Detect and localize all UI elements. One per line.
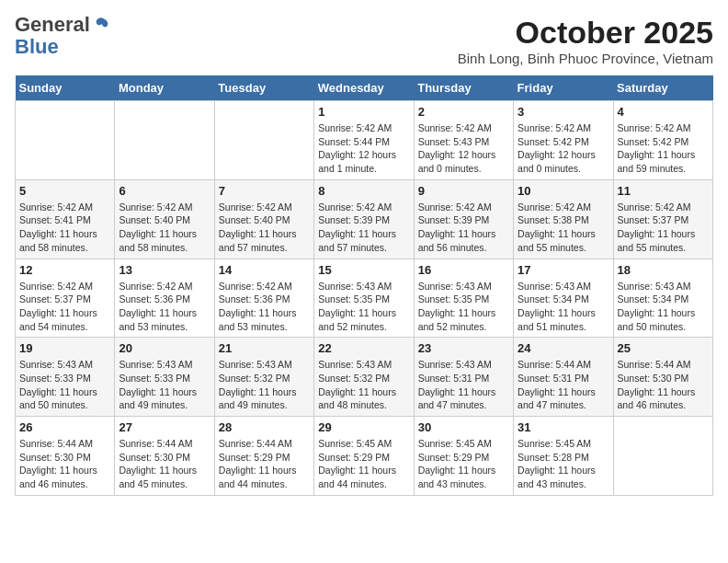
title-block: October 2025 Binh Long, Binh Phuoc Provi… [458, 15, 713, 66]
day-number: 21 [219, 341, 310, 355]
day-number: 1 [318, 105, 409, 119]
calendar-cell: 29Sunrise: 5:45 AM Sunset: 5:29 PM Dayli… [314, 417, 414, 496]
day-number: 13 [119, 263, 210, 277]
calendar-cell: 19Sunrise: 5:43 AM Sunset: 5:33 PM Dayli… [16, 338, 115, 417]
day-number: 15 [318, 263, 409, 277]
calendar-cell: 9Sunrise: 5:42 AM Sunset: 5:39 PM Daylig… [414, 179, 513, 259]
calendar-title: October 2025 [458, 15, 713, 51]
day-info: Sunrise: 5:44 AM Sunset: 5:29 PM Dayligh… [219, 437, 310, 491]
calendar-cell: 20Sunrise: 5:43 AM Sunset: 5:33 PM Dayli… [115, 338, 214, 417]
day-number: 18 [618, 263, 709, 277]
calendar-cell: 11Sunrise: 5:42 AM Sunset: 5:37 PM Dayli… [613, 179, 712, 259]
day-info: Sunrise: 5:44 AM Sunset: 5:30 PM Dayligh… [618, 358, 709, 412]
day-number: 30 [418, 420, 509, 434]
calendar-cell [214, 101, 313, 180]
day-info: Sunrise: 5:42 AM Sunset: 5:37 PM Dayligh… [618, 201, 709, 255]
day-info: Sunrise: 5:44 AM Sunset: 5:31 PM Dayligh… [518, 358, 609, 412]
day-number: 5 [19, 184, 110, 198]
calendar-cell: 17Sunrise: 5:43 AM Sunset: 5:34 PM Dayli… [514, 259, 613, 338]
day-info: Sunrise: 5:43 AM Sunset: 5:34 PM Dayligh… [518, 280, 609, 334]
calendar-cell [115, 101, 214, 180]
calendar-cell: 27Sunrise: 5:44 AM Sunset: 5:30 PM Dayli… [115, 417, 214, 496]
calendar-cell: 10Sunrise: 5:42 AM Sunset: 5:38 PM Dayli… [514, 179, 613, 259]
day-info: Sunrise: 5:44 AM Sunset: 5:30 PM Dayligh… [19, 437, 110, 491]
calendar-cell: 2Sunrise: 5:42 AM Sunset: 5:43 PM Daylig… [414, 101, 513, 180]
day-info: Sunrise: 5:42 AM Sunset: 5:37 PM Dayligh… [19, 280, 110, 334]
day-info: Sunrise: 5:44 AM Sunset: 5:30 PM Dayligh… [119, 437, 210, 491]
calendar-cell: 13Sunrise: 5:42 AM Sunset: 5:36 PM Dayli… [115, 259, 214, 338]
calendar-cell: 7Sunrise: 5:42 AM Sunset: 5:40 PM Daylig… [214, 179, 313, 259]
day-number: 10 [518, 184, 609, 198]
calendar-cell [613, 417, 712, 496]
day-header-sunday: Sunday [16, 75, 115, 101]
calendar-cell: 1Sunrise: 5:42 AM Sunset: 5:44 PM Daylig… [314, 101, 414, 180]
day-info: Sunrise: 5:42 AM Sunset: 5:40 PM Dayligh… [219, 201, 310, 255]
calendar-cell: 30Sunrise: 5:45 AM Sunset: 5:29 PM Dayli… [414, 417, 513, 496]
calendar-cell: 15Sunrise: 5:43 AM Sunset: 5:35 PM Dayli… [314, 259, 414, 338]
day-header-friday: Friday [514, 75, 613, 101]
day-header-wednesday: Wednesday [314, 75, 414, 101]
day-number: 26 [19, 420, 110, 434]
logo-blue: Blue [15, 35, 59, 59]
day-info: Sunrise: 5:43 AM Sunset: 5:34 PM Dayligh… [618, 280, 709, 334]
day-info: Sunrise: 5:43 AM Sunset: 5:33 PM Dayligh… [19, 358, 110, 412]
day-info: Sunrise: 5:43 AM Sunset: 5:33 PM Dayligh… [119, 358, 210, 412]
day-info: Sunrise: 5:42 AM Sunset: 5:40 PM Dayligh… [119, 201, 210, 255]
calendar-cell: 25Sunrise: 5:44 AM Sunset: 5:30 PM Dayli… [613, 338, 712, 417]
page-header: General Blue October 2025 Binh Long, Bin… [15, 15, 713, 66]
calendar-subtitle: Binh Long, Binh Phuoc Province, Vietnam [458, 51, 713, 66]
day-number: 29 [318, 420, 409, 434]
day-info: Sunrise: 5:45 AM Sunset: 5:28 PM Dayligh… [518, 437, 609, 491]
day-number: 4 [618, 105, 709, 119]
day-number: 3 [518, 105, 609, 119]
day-header-thursday: Thursday [414, 75, 513, 101]
day-number: 22 [318, 341, 409, 355]
calendar-cell: 14Sunrise: 5:42 AM Sunset: 5:36 PM Dayli… [214, 259, 313, 338]
day-number: 11 [618, 184, 709, 198]
calendar-cell: 5Sunrise: 5:42 AM Sunset: 5:41 PM Daylig… [16, 179, 115, 259]
day-number: 2 [418, 105, 509, 119]
calendar-cell: 31Sunrise: 5:45 AM Sunset: 5:28 PM Dayli… [514, 417, 613, 496]
day-info: Sunrise: 5:43 AM Sunset: 5:35 PM Dayligh… [318, 280, 409, 334]
calendar-cell: 18Sunrise: 5:43 AM Sunset: 5:34 PM Dayli… [613, 259, 712, 338]
day-number: 23 [418, 341, 509, 355]
logo-bird-icon [92, 15, 110, 33]
calendar-cell [16, 101, 115, 180]
day-number: 9 [418, 184, 509, 198]
day-info: Sunrise: 5:43 AM Sunset: 5:31 PM Dayligh… [418, 358, 509, 412]
day-number: 17 [518, 263, 609, 277]
calendar-cell: 8Sunrise: 5:42 AM Sunset: 5:39 PM Daylig… [314, 179, 414, 259]
day-info: Sunrise: 5:43 AM Sunset: 5:35 PM Dayligh… [418, 280, 509, 334]
day-header-tuesday: Tuesday [214, 75, 313, 101]
day-number: 14 [219, 263, 310, 277]
calendar-cell: 23Sunrise: 5:43 AM Sunset: 5:31 PM Dayli… [414, 338, 513, 417]
day-number: 20 [119, 341, 210, 355]
day-info: Sunrise: 5:42 AM Sunset: 5:44 PM Dayligh… [318, 121, 409, 176]
day-info: Sunrise: 5:42 AM Sunset: 5:43 PM Dayligh… [418, 121, 509, 176]
calendar-cell: 6Sunrise: 5:42 AM Sunset: 5:40 PM Daylig… [115, 179, 214, 259]
calendar-cell: 4Sunrise: 5:42 AM Sunset: 5:42 PM Daylig… [613, 101, 712, 180]
calendar-cell: 22Sunrise: 5:43 AM Sunset: 5:32 PM Dayli… [314, 338, 414, 417]
day-number: 28 [219, 420, 310, 434]
day-info: Sunrise: 5:45 AM Sunset: 5:29 PM Dayligh… [418, 437, 509, 491]
calendar-cell: 26Sunrise: 5:44 AM Sunset: 5:30 PM Dayli… [16, 417, 115, 496]
day-header-saturday: Saturday [613, 75, 712, 101]
calendar-cell: 21Sunrise: 5:43 AM Sunset: 5:32 PM Dayli… [214, 338, 313, 417]
day-info: Sunrise: 5:42 AM Sunset: 5:39 PM Dayligh… [418, 201, 509, 255]
day-info: Sunrise: 5:42 AM Sunset: 5:42 PM Dayligh… [618, 121, 709, 176]
day-number: 8 [318, 184, 409, 198]
day-number: 6 [119, 184, 210, 198]
day-number: 25 [618, 341, 709, 355]
logo: General Blue [15, 15, 110, 59]
day-info: Sunrise: 5:42 AM Sunset: 5:42 PM Dayligh… [518, 121, 609, 176]
day-info: Sunrise: 5:42 AM Sunset: 5:39 PM Dayligh… [318, 201, 409, 255]
day-info: Sunrise: 5:42 AM Sunset: 5:41 PM Dayligh… [19, 201, 110, 255]
day-info: Sunrise: 5:45 AM Sunset: 5:29 PM Dayligh… [318, 437, 409, 491]
day-number: 16 [418, 263, 509, 277]
calendar-cell: 12Sunrise: 5:42 AM Sunset: 5:37 PM Dayli… [16, 259, 115, 338]
logo-general: General [15, 15, 90, 35]
calendar-cell: 24Sunrise: 5:44 AM Sunset: 5:31 PM Dayli… [514, 338, 613, 417]
day-info: Sunrise: 5:43 AM Sunset: 5:32 PM Dayligh… [219, 358, 310, 412]
calendar-cell: 3Sunrise: 5:42 AM Sunset: 5:42 PM Daylig… [514, 101, 613, 180]
calendar-cell: 28Sunrise: 5:44 AM Sunset: 5:29 PM Dayli… [214, 417, 313, 496]
